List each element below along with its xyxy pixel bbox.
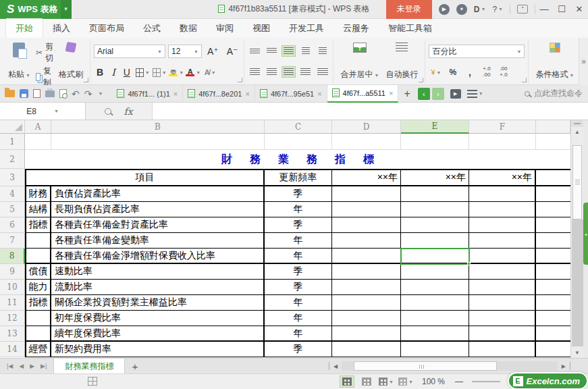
vertical-scroll-thumb[interactable]	[572, 145, 582, 219]
clear-format-button[interactable]: A̸▼	[203, 67, 217, 78]
percent-style-button[interactable]: %	[446, 67, 460, 78]
cell-c5-freq[interactable]: 年	[265, 202, 332, 217]
cell-d11[interactable]	[332, 295, 401, 311]
cell-b10-item[interactable]: 流動比率	[51, 280, 265, 295]
conditional-format-button[interactable]: 条件格式▼	[532, 41, 577, 82]
cell-b6-item[interactable]: 各種責任準備金對資產比率	[51, 217, 265, 233]
logo-dropdown-caret[interactable]: ▼	[61, 0, 72, 19]
cell-g4[interactable]	[536, 186, 570, 202]
cell-e5[interactable]	[401, 202, 469, 217]
decrease-decimal-button[interactable]: .00+.0	[496, 67, 510, 78]
cell-e10[interactable]	[401, 280, 469, 295]
dialog-launcher-icon[interactable]	[419, 78, 423, 82]
new-tab-button[interactable]: +	[398, 88, 415, 100]
scroll-right-icon[interactable]: ▶	[558, 363, 570, 369]
cell-f7[interactable]	[469, 233, 536, 249]
cell-a10-group[interactable]: 能力	[25, 280, 51, 295]
horizontal-scroll-thumb[interactable]	[354, 361, 497, 371]
wrap-text-button[interactable]: 自动换行	[382, 41, 421, 82]
decrease-font-icon[interactable]: A⁻	[224, 46, 241, 57]
minimize-icon[interactable]: —	[535, 0, 553, 19]
ribbon-tab-page-layout[interactable]: 页面布局	[80, 19, 134, 38]
row-header-4[interactable]: 4	[0, 186, 25, 202]
increase-font-icon[interactable]: A⁺	[205, 46, 221, 57]
paste-button[interactable]: 粘贴▼	[5, 41, 34, 82]
column-header-d[interactable]: D	[332, 120, 401, 134]
row-header-9[interactable]: 9	[0, 264, 25, 280]
align-bottom-button[interactable]	[282, 45, 296, 57]
cell-a9-group[interactable]: 償債	[25, 264, 51, 280]
cell-c6-freq[interactable]: 季	[265, 217, 332, 233]
insert-function-icon[interactable]: fx	[124, 106, 132, 117]
cell-d1[interactable]	[332, 134, 401, 150]
prev-tab-button[interactable]: ‹	[418, 88, 430, 100]
draw-border-button[interactable]: ▼	[153, 67, 167, 78]
column-header-b[interactable]: B	[51, 120, 265, 134]
wps-logo[interactable]: S WPS 表格	[0, 0, 61, 19]
cell-g5[interactable]	[536, 202, 570, 217]
cell-f8[interactable]	[469, 249, 536, 264]
cell-d4[interactable]	[332, 186, 401, 202]
align-left-button[interactable]	[248, 66, 262, 78]
borders-button[interactable]: ▼	[136, 67, 150, 78]
cell-c13-freq[interactable]: 年	[265, 326, 332, 342]
row-header-10[interactable]: 10	[0, 280, 25, 295]
cell-g10[interactable]	[536, 280, 570, 295]
redo-button[interactable]: ↷	[84, 88, 92, 99]
cell-e6[interactable]	[401, 217, 469, 233]
ribbon-tab-insert[interactable]: 插入	[43, 19, 80, 38]
cell-a7-group[interactable]	[25, 233, 51, 249]
sheet-title-cell[interactable]: 財務業務指標	[25, 150, 570, 169]
row-header-11[interactable]: 11	[0, 295, 25, 311]
underline-button[interactable]: U	[121, 67, 133, 78]
share-icon[interactable]: ✦	[456, 4, 467, 15]
cut-button[interactable]: ✂剪切	[34, 41, 55, 65]
row-header-1[interactable]: 1	[0, 134, 25, 150]
cell-a11-group[interactable]: 指標	[25, 295, 51, 311]
cell-g14[interactable]	[536, 342, 570, 357]
dialog-launcher-icon[interactable]	[84, 78, 88, 82]
video-play-icon[interactable]: ▶	[450, 89, 461, 99]
doc-tab-2[interactable]: 4f67f...8e201×	[183, 85, 255, 103]
cell-b4-item[interactable]: 負債佔資產比率	[51, 186, 265, 202]
cell-c1[interactable]	[265, 134, 332, 150]
cell-g12[interactable]	[536, 311, 570, 326]
cell-f4[interactable]	[469, 186, 536, 202]
cell-b7-item[interactable]: 各種責任準備金變動率	[51, 233, 265, 249]
ribbon-tab-smart-tools[interactable]: 智能工具箱	[379, 19, 442, 38]
font-name-select[interactable]: Arial▼	[94, 45, 165, 58]
justify-button[interactable]	[298, 66, 313, 78]
promo-play-icon[interactable]: ▶	[439, 4, 450, 15]
doc-tab-3[interactable]: 4f67f...95e51×	[255, 85, 327, 103]
cell-a4-group[interactable]: 財務	[25, 186, 51, 202]
ribbon-tab-formulas[interactable]: 公式	[134, 19, 170, 38]
cell-a13-group[interactable]	[25, 326, 51, 342]
cell-g7[interactable]	[536, 233, 570, 249]
row-header-8-selected[interactable]: 8	[0, 249, 25, 264]
cell-f6[interactable]	[469, 217, 536, 233]
increase-decimal-button[interactable]: +.0.00	[479, 67, 493, 78]
cell-d7[interactable]	[332, 233, 401, 249]
cell-a14-group[interactable]: 經營	[25, 342, 51, 357]
scroll-left-icon[interactable]: ◀	[329, 363, 342, 369]
cell-f13[interactable]	[469, 326, 536, 342]
side-panel-handle[interactable]: ◂	[583, 203, 588, 265]
cell-g1[interactable]	[536, 134, 570, 150]
cell-b1[interactable]	[51, 134, 265, 150]
next-tab-button[interactable]: ›	[432, 88, 444, 100]
ribbon-tab-review[interactable]: 审阅	[207, 19, 243, 38]
cell-e8-active[interactable]	[401, 249, 469, 264]
cell-e14[interactable]	[401, 342, 469, 357]
cell-g13[interactable]	[536, 326, 570, 342]
ribbon-tab-cloud[interactable]: 云服务	[333, 19, 379, 38]
cell-b14-item[interactable]: 新契約費用率	[51, 342, 265, 357]
column-header-c[interactable]: C	[265, 120, 332, 134]
table-edit-icon[interactable]	[88, 377, 97, 386]
comma-style-button[interactable]: ,	[462, 67, 477, 78]
format-painter-button[interactable]: 格式刷	[55, 41, 86, 82]
dialog-launcher-icon[interactable]	[522, 78, 527, 82]
reading-mode-button[interactable]: ▼	[398, 375, 413, 388]
close-tab-icon[interactable]: ×	[317, 90, 321, 98]
align-center-button[interactable]	[265, 66, 279, 78]
cell-b13-item[interactable]: 續年度保費比率	[51, 326, 265, 342]
